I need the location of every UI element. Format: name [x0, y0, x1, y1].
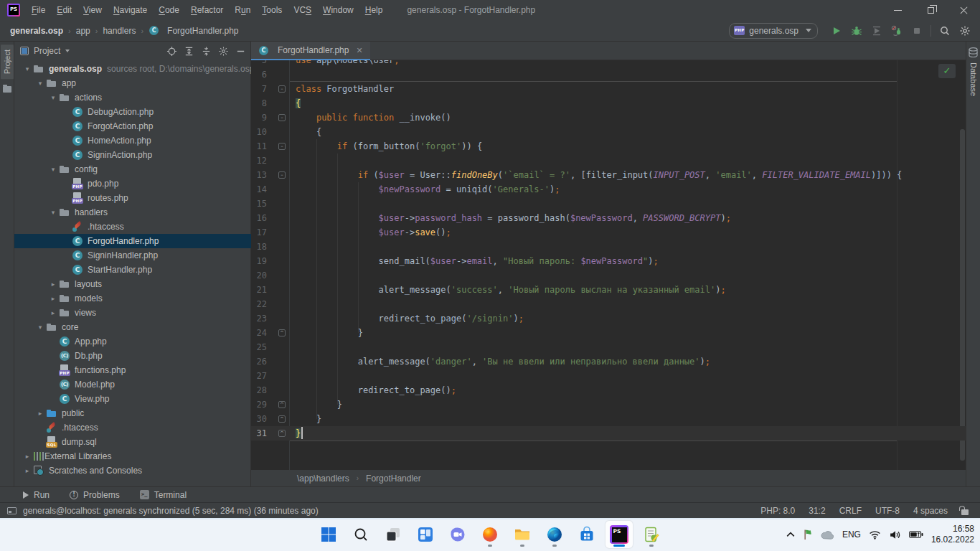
- tree-item-config[interactable]: ▾config: [14, 162, 251, 176]
- tree-item-scratches-and-consoles[interactable]: ▸Scratches and Consoles: [14, 463, 251, 478]
- menu-file[interactable]: File: [26, 0, 51, 20]
- taskbar-app-widgets[interactable]: [412, 521, 439, 548]
- volume-icon[interactable]: [889, 530, 901, 540]
- event-log-icon[interactable]: [7, 507, 17, 514]
- tree-item-starthandler-php[interactable]: CStartHandler.php: [14, 263, 251, 277]
- breadcrumb-item-app[interactable]: app: [76, 26, 90, 36]
- tree-item-core[interactable]: ▾core: [14, 320, 251, 334]
- tree-item-signinhandler-php[interactable]: CSigninHandler.php: [14, 248, 251, 263]
- indent-widget[interactable]: 4 spaces: [913, 506, 948, 516]
- close-button[interactable]: [947, 0, 980, 20]
- settings-button[interactable]: [958, 24, 971, 37]
- fold-end-icon[interactable]: ^: [278, 415, 286, 423]
- tree-item-layouts[interactable]: ▸layouts: [14, 277, 251, 291]
- wifi-icon[interactable]: [869, 530, 881, 540]
- line-separator-widget[interactable]: CRLF: [839, 506, 862, 516]
- tree-item-forgothandler-php[interactable]: CForgotHandler.php: [14, 234, 251, 248]
- tree-item-pdo-php[interactable]: PHPpdo.php: [14, 176, 251, 191]
- fold-start-icon[interactable]: –: [278, 143, 286, 150]
- lock-icon[interactable]: [961, 509, 969, 515]
- tree-item-db-php[interactable]: (C)Db.php: [14, 349, 251, 363]
- tray-chevron-up-icon[interactable]: [786, 532, 795, 537]
- status-message[interactable]: generals@localhost: generals synchronize…: [23, 506, 319, 516]
- code-editor[interactable]: ✓ 5use app\Models\User;67–class ForgotHa…: [251, 60, 966, 470]
- fold-start-icon[interactable]: –: [278, 114, 286, 121]
- fold-start-icon[interactable]: –: [278, 85, 286, 93]
- taskbar-app-store[interactable]: [573, 521, 600, 548]
- search-everywhere-button[interactable]: [938, 24, 951, 37]
- tool-window-button-terminal[interactable]: >_Terminal: [140, 490, 187, 500]
- taskbar-app-search[interactable]: [347, 521, 374, 548]
- menu-vcs[interactable]: VCS: [288, 0, 317, 20]
- taskbar-app-phpstorm[interactable]: PS: [606, 521, 633, 548]
- tree-item-model-php[interactable]: (C)Model.php: [14, 377, 251, 392]
- tree-item-actions[interactable]: ▾actions: [14, 90, 251, 105]
- breadcrumb-item-handlers[interactable]: handlers: [103, 26, 136, 36]
- tree-item-app-php[interactable]: CApp.php: [14, 334, 251, 349]
- tree-item-functions-php[interactable]: PHPfunctions.php: [14, 363, 251, 377]
- tree-item-models[interactable]: ▸models: [14, 291, 251, 306]
- tree-item-app[interactable]: ▾app: [14, 76, 251, 90]
- fold-end-icon[interactable]: ^: [278, 329, 286, 336]
- database-stripe-button[interactable]: Database: [969, 62, 978, 96]
- php-version-widget[interactable]: PHP: 8.0: [760, 506, 795, 516]
- tree-item-signinaction-php[interactable]: CSigninAction.php: [14, 148, 251, 162]
- hide-button[interactable]: [235, 46, 246, 57]
- menu-edit[interactable]: Edit: [51, 0, 77, 20]
- taskbar-app-notepadpp[interactable]: [638, 521, 665, 548]
- coverage-button[interactable]: [870, 24, 883, 37]
- attach-debugger-button[interactable]: [890, 24, 903, 37]
- fold-end-icon[interactable]: ^: [278, 401, 286, 408]
- fold-end-icon[interactable]: ^: [278, 430, 286, 437]
- tree-item-debugaction-php[interactable]: CDebugAction.php: [14, 105, 251, 119]
- clock[interactable]: 16:58 16.02.2022: [931, 524, 974, 545]
- taskbar-app-start[interactable]: [315, 521, 342, 548]
- tree-item-forgotaction-php[interactable]: CForgotAction.php: [14, 119, 251, 133]
- taskbar-app-explorer[interactable]: [509, 521, 536, 548]
- tool-window-button-run[interactable]: Run: [23, 490, 50, 500]
- restore-button[interactable]: [914, 0, 947, 20]
- menu-help[interactable]: Help: [359, 0, 389, 20]
- stop-button[interactable]: [910, 24, 923, 37]
- breadcrumb-item-generals-osp[interactable]: generals.osp: [10, 26, 63, 36]
- editor-tab-forgothandler[interactable]: C ForgotHandler.php ✕: [251, 42, 370, 60]
- language-indicator[interactable]: ENG: [842, 529, 861, 540]
- breadcrumb-item-forgothandler-php[interactable]: CForgotHandler.php: [149, 25, 238, 36]
- battery-icon[interactable]: [909, 530, 923, 539]
- collapse-all-button[interactable]: [201, 46, 212, 57]
- flag-icon[interactable]: [803, 529, 813, 540]
- chevron-down-icon[interactable]: [65, 50, 70, 52]
- minimize-button[interactable]: [881, 0, 914, 20]
- tree-item-routes-php[interactable]: PHProutes.php: [14, 191, 251, 205]
- tree-item-homeaction-php[interactable]: CHomeAction.php: [14, 133, 251, 148]
- run-button[interactable]: [830, 24, 843, 37]
- breadcrumb-package[interactable]: \app\handlers: [297, 474, 349, 484]
- tree-item-generals-osp[interactable]: ▾generals.ospsources root, D:\domains\ge…: [14, 62, 251, 76]
- tree-item--htaccess[interactable]: .htaccess: [14, 420, 251, 435]
- menu-window[interactable]: Window: [317, 0, 359, 20]
- tab-close-icon[interactable]: ✕: [356, 46, 362, 55]
- menu-navigate[interactable]: Navigate: [108, 0, 153, 20]
- taskbar-app-edge[interactable]: [541, 521, 568, 548]
- menu-run[interactable]: Run: [229, 0, 256, 20]
- project-stripe-button[interactable]: Project: [1, 44, 14, 79]
- tool-window-button-problems[interactable]: !Problems: [70, 490, 120, 500]
- tree-item-view-php[interactable]: CView.php: [14, 392, 251, 406]
- expand-all-button[interactable]: [184, 46, 194, 57]
- menu-view[interactable]: View: [77, 0, 108, 20]
- tree-item--htaccess[interactable]: .htaccess: [14, 220, 251, 234]
- caret-position-widget[interactable]: 31:2: [809, 506, 825, 516]
- taskbar-app-chat[interactable]: [444, 521, 471, 548]
- onedrive-cloud-icon[interactable]: [821, 530, 834, 540]
- menu-tools[interactable]: Tools: [256, 0, 288, 20]
- breadcrumb-class[interactable]: ForgotHandler: [366, 474, 421, 484]
- locate-button[interactable]: [166, 46, 177, 57]
- run-configuration-select[interactable]: PHP generals.osp: [729, 23, 818, 39]
- tree-item-views[interactable]: ▸views: [14, 306, 251, 320]
- menu-code[interactable]: Code: [153, 0, 185, 20]
- tree-item-dump-sql[interactable]: SQLdump.sql: [14, 435, 251, 449]
- settings-button[interactable]: [218, 46, 229, 57]
- tree-item-external-libraries[interactable]: ▸External Libraries: [14, 449, 251, 463]
- tree-item-public[interactable]: ▸public: [14, 406, 251, 420]
- fold-start-icon[interactable]: –: [278, 171, 286, 179]
